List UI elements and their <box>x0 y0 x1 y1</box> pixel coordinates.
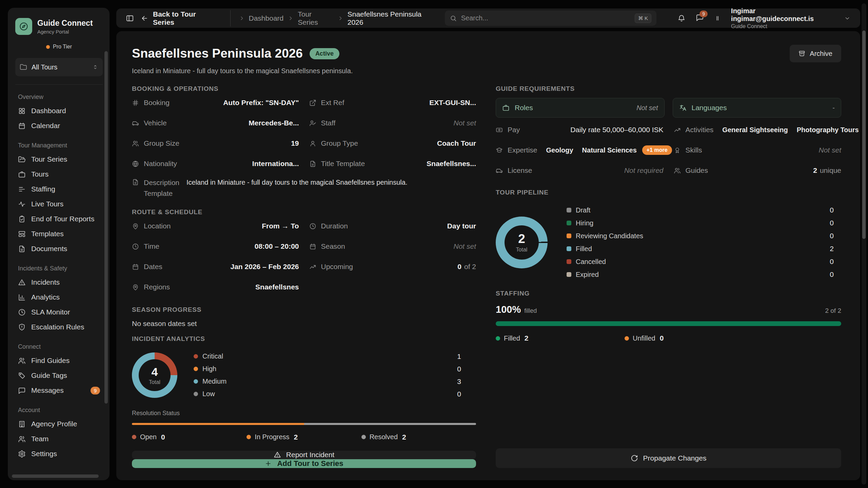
sidebar-item[interactable]: End of Tour Reports <box>15 211 103 226</box>
top-bar: Back to Tour Series Dashboard Tour Serie… <box>116 8 860 28</box>
expertise-more-chip[interactable]: +1 more <box>642 145 672 155</box>
sidebar-item-label: Escalation Rules <box>31 323 84 331</box>
sidebar-item[interactable]: Documents <box>15 241 103 256</box>
file-text-icon <box>132 179 139 186</box>
window-scrollbar-track[interactable] <box>862 3 866 485</box>
nav-tour-management: Tour Series Tours Staffing Live Tours <box>15 152 103 256</box>
sidebar-item[interactable]: Messages 9 <box>15 383 103 398</box>
app-name: Guide Connect <box>37 19 93 28</box>
sidebar-item[interactable]: Templates <box>15 226 103 241</box>
nav-icon <box>18 435 26 443</box>
resolution-bar-resolved <box>304 423 476 425</box>
sidebar-item[interactable]: Settings <box>15 446 103 461</box>
pause-icon[interactable] <box>714 15 721 22</box>
legend-row: Critical 1 <box>194 350 476 363</box>
field-value: 2unique <box>813 166 841 175</box>
search-bar[interactable]: ⌘ K <box>445 11 656 26</box>
legend-item: Open 0 <box>132 433 246 441</box>
breadcrumb-label[interactable]: Snaefellsnes Peninsula 2026 <box>348 10 438 26</box>
status-badge: Active <box>310 48 339 59</box>
refresh-icon <box>631 454 638 462</box>
sidebar-item[interactable]: Find Guides <box>15 353 103 368</box>
sidebar-item[interactable]: Analytics <box>15 290 103 305</box>
sidebar-horizontal-scrollbar[interactable] <box>12 474 99 478</box>
sidebar-vertical-scrollbar[interactable] <box>104 51 108 404</box>
sidebar-item[interactable]: Agency Profile <box>15 416 103 431</box>
report-incident-button[interactable]: Report Incident <box>132 451 476 459</box>
booking-fields: Booking Auto Prefix: "SN-DAY" Ext Ref EX… <box>132 93 476 174</box>
sidebar-item[interactable]: Incidents <box>15 275 103 290</box>
sidebar-item[interactable]: Tour Series <box>15 152 103 167</box>
legend-dot <box>246 435 251 439</box>
app-portal: Agency Portal <box>37 29 93 35</box>
description-template-row: Description Template Iceland in Miniatur… <box>132 177 476 208</box>
legend-row: Cancelled 0 <box>567 255 841 268</box>
field-value: Snaefellsnes <box>255 283 299 291</box>
staffing-percent: 100% <box>496 304 521 315</box>
archive-button[interactable]: Archive <box>790 45 841 62</box>
sidebar-item-label: Tour Series <box>31 155 67 163</box>
user-menu[interactable]: Ingimar ingimar@guideconnect.is Guide Co… <box>731 7 851 29</box>
sidebar-item[interactable]: SLA Monitor <box>15 305 103 320</box>
page-description: Iceland in Miniature - full day tours to… <box>132 67 841 75</box>
roles-card[interactable]: Roles Not set <box>496 98 665 118</box>
field-icon <box>309 99 316 106</box>
workspace-selector[interactable]: All Tours <box>15 58 103 76</box>
archive-label: Archive <box>810 50 832 58</box>
brand: Guide Connect Agency Portal <box>15 18 103 35</box>
field-value: 19 <box>291 139 299 147</box>
sidebar-item[interactable]: Escalation Rules <box>15 320 103 334</box>
field-icon <box>309 160 316 167</box>
tour-pipeline-title: TOUR PIPELINE <box>496 189 841 196</box>
expertise-value: Geology <box>546 146 573 154</box>
legend-dot <box>194 379 198 384</box>
license-field: License Not required <box>496 160 664 181</box>
messages-button[interactable]: 9 <box>696 14 704 23</box>
pay-field: Pay Daily rate 50,000–60,000 ISK <box>496 120 664 140</box>
breadcrumb-label[interactable]: Dashboard <box>249 14 284 22</box>
sidebar-item[interactable]: Staffing <box>15 182 103 197</box>
legend-dot <box>625 336 629 341</box>
legend-row: Hiring 0 <box>567 217 841 229</box>
nav-icon <box>18 372 26 380</box>
sidebar-item[interactable]: Tours <box>15 167 103 182</box>
field-label: Skills <box>686 146 702 154</box>
topbar-actions: 9 Ingimar ingimar@guideconnect.is Guide … <box>677 7 851 29</box>
legend-dot <box>361 435 366 439</box>
field-row: Season Not set <box>309 236 476 257</box>
nav-icon <box>18 215 26 223</box>
notifications-icon[interactable] <box>677 14 686 22</box>
languages-label: Languages <box>692 104 727 112</box>
search-input[interactable] <box>461 14 630 22</box>
window-scrollbar-thumb[interactable] <box>862 30 866 239</box>
expertise-field: Expertise GeologyNatural Sciences +1 mor… <box>496 140 664 160</box>
field-label: Group Size <box>144 139 179 147</box>
route-section-title: ROUTE & SCHEDULE <box>132 208 476 216</box>
sidebar-item[interactable]: Guide Tags <box>15 368 103 383</box>
messages-badge: 9 <box>699 11 708 17</box>
arrow-left-icon <box>141 15 148 22</box>
field-row: Vehicle Mercedes-Be... <box>132 113 299 133</box>
breadcrumb-label[interactable]: Tour Series <box>298 10 333 26</box>
activity-value: Photography Tours <box>797 126 859 134</box>
incident-legend: Critical 1 High 0 Medium 3 <box>194 350 476 400</box>
main-content: Snaefellsnes Peninsula 2026 Active Archi… <box>116 31 860 480</box>
sidebar-item[interactable]: Calendar <box>15 118 103 133</box>
back-button[interactable]: Back to Tour Series <box>141 10 219 26</box>
sidebar-item-label: Agency Profile <box>31 420 77 428</box>
propagate-changes-button[interactable]: Propagate Changes <box>496 448 841 468</box>
sidebar-toggle-icon[interactable] <box>126 14 134 22</box>
expertise-value: Natural Sciences <box>582 146 637 154</box>
languages-card[interactable]: Languages - <box>673 98 842 118</box>
add-tour-button[interactable]: Add Tour to Series <box>132 459 476 468</box>
sidebar-item[interactable]: Dashboard <box>15 103 103 118</box>
graduation-cap-icon <box>496 147 503 154</box>
report-incident-label: Report Incident <box>286 451 334 459</box>
sidebar-item[interactable]: Live Tours <box>15 197 103 211</box>
legend-label: High <box>202 365 216 373</box>
skills-field: Skills Not set <box>674 140 842 160</box>
sidebar-item[interactable]: Team <box>15 431 103 446</box>
legend-value: 0 <box>830 258 841 266</box>
staffing-summary: 100% filled 2 of 2 <box>496 304 841 315</box>
legend-row: Filled 2 <box>567 242 841 255</box>
